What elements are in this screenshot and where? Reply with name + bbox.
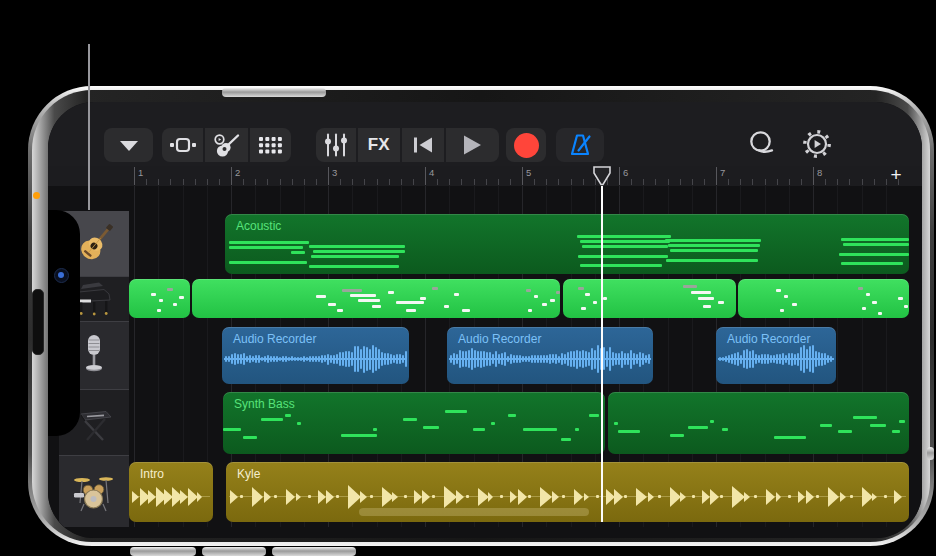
rewind-button[interactable] — [402, 128, 444, 162]
waveform-bar — [570, 351, 572, 366]
tracks-view-button[interactable] — [162, 128, 203, 162]
waveform-bar — [477, 351, 479, 367]
song-settings-button[interactable] — [800, 125, 834, 163]
midi-note — [309, 265, 399, 268]
region-grand-piano[interactable] — [192, 279, 560, 318]
waveform-bar — [471, 348, 473, 371]
midi-note — [603, 297, 607, 300]
beat-transient — [148, 490, 156, 504]
ruler-minor-tick — [255, 179, 256, 185]
midi-note — [342, 289, 362, 292]
beat-transient — [422, 490, 430, 504]
region-audio-recorder[interactable]: Audio Recorder — [716, 327, 836, 384]
region-grand-piano[interactable] — [563, 279, 736, 318]
beat-transient — [680, 492, 686, 502]
ruler-bar-tick — [619, 167, 620, 185]
ruler-minor-tick — [437, 179, 438, 185]
record-button[interactable] — [506, 128, 546, 162]
beat-dot — [850, 495, 853, 498]
beat-transient — [252, 487, 263, 507]
instrument-browser-button[interactable] — [205, 128, 247, 162]
midi-note — [550, 299, 555, 302]
beat-dot — [336, 495, 339, 498]
region-acoustic[interactable]: Acoustic — [225, 214, 909, 274]
midi-note — [575, 428, 579, 431]
ruler-minor-tick — [740, 179, 741, 185]
playhead-line[interactable] — [601, 186, 603, 522]
waveform-bar — [360, 349, 362, 369]
metronome-icon — [567, 132, 593, 158]
waveform-bar — [453, 353, 455, 365]
waveform-bar — [282, 356, 284, 363]
play-button[interactable] — [446, 128, 499, 162]
ruler-minor-tick — [316, 179, 317, 185]
timeline-ruler[interactable]: 12345678 — [48, 166, 922, 187]
metronome-button[interactable] — [556, 128, 604, 162]
midi-note — [167, 288, 173, 291]
midi-note — [666, 259, 758, 262]
ruler-minor-tick — [243, 179, 244, 185]
region-audio-recorder[interactable]: Audio Recorder — [447, 327, 653, 384]
playhead-handle[interactable] — [593, 166, 611, 186]
loop-browser-button[interactable] — [746, 126, 776, 162]
ruler-minor-tick — [558, 179, 559, 185]
beat-dot — [528, 495, 531, 498]
region-grand-piano[interactable] — [738, 279, 909, 318]
front-camera — [54, 268, 69, 283]
waveform-bar — [779, 354, 781, 365]
beat-dot — [788, 495, 791, 498]
midi-note — [229, 241, 309, 244]
ruler-minor-tick — [534, 179, 535, 185]
waveform-bar — [375, 347, 377, 370]
waveform-bar — [725, 356, 727, 361]
mixer-button[interactable] — [316, 128, 356, 162]
region-synth-bass[interactable]: Synth Bass — [223, 392, 605, 454]
region-label: Synth Bass — [234, 397, 295, 411]
region-kyle[interactable]: Kyle — [226, 462, 909, 522]
midi-note — [157, 309, 161, 312]
track-view-icon — [168, 136, 198, 154]
waveform-bar — [624, 353, 626, 365]
waveform-bar — [492, 354, 494, 365]
waveform-bar — [770, 355, 772, 364]
waveform-bar — [719, 357, 721, 361]
midi-note — [491, 422, 495, 425]
song-sections-button[interactable] — [104, 128, 153, 162]
ruler-bar-tick — [425, 167, 426, 185]
region-audio-recorder[interactable]: Audio Recorder — [222, 327, 409, 384]
ruler-minor-tick — [364, 179, 365, 185]
waveform-bar — [405, 351, 407, 367]
midi-note — [577, 235, 671, 238]
add-bars-button[interactable]: + — [884, 164, 908, 186]
fx-button[interactable]: FX — [358, 128, 401, 162]
waveform-bar — [450, 355, 452, 363]
ruler-minor-tick — [377, 179, 378, 185]
midi-note — [337, 309, 343, 312]
ruler-minor-tick — [304, 179, 305, 185]
ruler-minor-tick — [146, 179, 147, 185]
midi-note — [526, 289, 531, 292]
beat-transient — [584, 493, 589, 501]
region-intro[interactable]: Intro — [129, 462, 213, 522]
region-keyboard-stand[interactable] — [608, 392, 909, 454]
beat-transient — [828, 487, 839, 507]
track-header-drum-kit[interactable] — [59, 455, 129, 527]
waveform-bar — [258, 355, 260, 363]
live-loops-button[interactable] — [250, 128, 291, 162]
waveform-bar — [480, 351, 482, 368]
waveform-bar — [761, 354, 763, 364]
ruler-minor-tick — [777, 179, 778, 185]
ruler-minor-tick — [765, 179, 766, 185]
midi-note — [358, 299, 380, 302]
midi-note — [688, 426, 708, 429]
waveform-bar — [276, 356, 278, 362]
midi-note — [179, 296, 184, 299]
volume-down-button — [202, 547, 266, 556]
waveform-bar — [378, 349, 380, 369]
waveform-bar — [483, 351, 485, 368]
region-grand-piano[interactable] — [129, 279, 190, 318]
beat-dot — [816, 495, 819, 498]
waveform-bar — [609, 347, 611, 371]
waveform-bar — [327, 354, 329, 365]
beat-transient — [872, 493, 877, 501]
